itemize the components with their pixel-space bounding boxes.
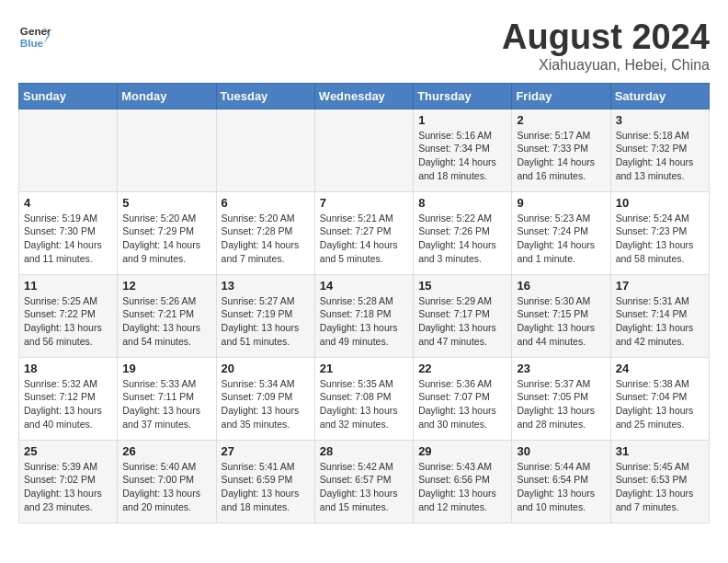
weekday-header-monday: Monday bbox=[118, 83, 216, 109]
day-info: Sunrise: 5:42 AM Sunset: 6:57 PM Dayligh… bbox=[320, 460, 408, 514]
day-number: 26 bbox=[122, 444, 210, 458]
calendar-cell: 21Sunrise: 5:35 AM Sunset: 7:08 PM Dayli… bbox=[314, 357, 413, 440]
day-number: 3 bbox=[616, 113, 704, 127]
day-number: 2 bbox=[517, 113, 605, 127]
logo-icon: General Blue bbox=[18, 18, 51, 52]
calendar-cell: 6Sunrise: 5:20 AM Sunset: 7:28 PM Daylig… bbox=[216, 191, 314, 274]
calendar-cell: 17Sunrise: 5:31 AM Sunset: 7:14 PM Dayli… bbox=[610, 274, 709, 357]
svg-text:Blue: Blue bbox=[20, 37, 44, 49]
day-info: Sunrise: 5:44 AM Sunset: 6:54 PM Dayligh… bbox=[517, 460, 605, 514]
weekday-header-tuesday: Tuesday bbox=[216, 83, 314, 109]
day-number: 31 bbox=[616, 444, 704, 458]
calendar-cell: 30Sunrise: 5:44 AM Sunset: 6:54 PM Dayli… bbox=[512, 440, 610, 523]
day-info: Sunrise: 5:25 AM Sunset: 7:22 PM Dayligh… bbox=[24, 294, 112, 349]
day-info: Sunrise: 5:40 AM Sunset: 7:00 PM Dayligh… bbox=[122, 460, 210, 514]
day-info: Sunrise: 5:21 AM Sunset: 7:27 PM Dayligh… bbox=[320, 212, 408, 266]
calendar-cell: 29Sunrise: 5:43 AM Sunset: 6:56 PM Dayli… bbox=[414, 440, 512, 523]
day-number: 5 bbox=[122, 196, 210, 210]
calendar-cell: 25Sunrise: 5:39 AM Sunset: 7:02 PM Dayli… bbox=[19, 440, 118, 523]
day-number: 30 bbox=[517, 444, 605, 458]
day-info: Sunrise: 5:26 AM Sunset: 7:21 PM Dayligh… bbox=[122, 294, 210, 349]
weekday-header-friday: Friday bbox=[512, 83, 610, 109]
day-info: Sunrise: 5:16 AM Sunset: 7:34 PM Dayligh… bbox=[418, 129, 506, 183]
weekday-header-thursday: Thursday bbox=[414, 83, 512, 109]
page-subtitle: Xiahuayuan, Hebei, China bbox=[502, 57, 710, 74]
calendar-cell bbox=[118, 109, 216, 191]
day-number: 19 bbox=[122, 362, 210, 375]
calendar-cell: 13Sunrise: 5:27 AM Sunset: 7:19 PM Dayli… bbox=[216, 274, 314, 357]
calendar-cell: 12Sunrise: 5:26 AM Sunset: 7:21 PM Dayli… bbox=[118, 274, 216, 357]
day-number: 27 bbox=[222, 444, 310, 458]
calendar-cell bbox=[19, 109, 118, 191]
day-info: Sunrise: 5:34 AM Sunset: 7:09 PM Dayligh… bbox=[222, 377, 310, 431]
day-info: Sunrise: 5:22 AM Sunset: 7:26 PM Dayligh… bbox=[418, 212, 506, 266]
day-info: Sunrise: 5:17 AM Sunset: 7:33 PM Dayligh… bbox=[517, 129, 605, 183]
day-number: 1 bbox=[418, 113, 506, 127]
weekday-header-sunday: Sunday bbox=[19, 83, 118, 109]
day-info: Sunrise: 5:45 AM Sunset: 6:53 PM Dayligh… bbox=[616, 460, 704, 514]
day-number: 14 bbox=[320, 279, 408, 293]
day-number: 21 bbox=[320, 362, 408, 375]
calendar-cell: 26Sunrise: 5:40 AM Sunset: 7:00 PM Dayli… bbox=[118, 440, 216, 523]
day-info: Sunrise: 5:38 AM Sunset: 7:04 PM Dayligh… bbox=[616, 377, 704, 431]
calendar-cell: 11Sunrise: 5:25 AM Sunset: 7:22 PM Dayli… bbox=[19, 274, 118, 357]
day-info: Sunrise: 5:28 AM Sunset: 7:18 PM Dayligh… bbox=[320, 294, 408, 349]
calendar-cell: 31Sunrise: 5:45 AM Sunset: 6:53 PM Dayli… bbox=[610, 440, 709, 523]
calendar-cell: 5Sunrise: 5:20 AM Sunset: 7:29 PM Daylig… bbox=[118, 191, 216, 274]
day-number: 13 bbox=[222, 279, 310, 293]
day-info: Sunrise: 5:39 AM Sunset: 7:02 PM Dayligh… bbox=[24, 460, 112, 514]
calendar-cell bbox=[216, 109, 314, 191]
day-number: 9 bbox=[517, 196, 605, 210]
day-number: 17 bbox=[616, 279, 704, 293]
day-number: 16 bbox=[517, 279, 605, 293]
calendar-week-2: 4Sunrise: 5:19 AM Sunset: 7:30 PM Daylig… bbox=[19, 191, 710, 274]
day-info: Sunrise: 5:27 AM Sunset: 7:19 PM Dayligh… bbox=[222, 294, 310, 349]
calendar-cell: 8Sunrise: 5:22 AM Sunset: 7:26 PM Daylig… bbox=[414, 191, 512, 274]
calendar-cell: 4Sunrise: 5:19 AM Sunset: 7:30 PM Daylig… bbox=[19, 191, 118, 274]
day-info: Sunrise: 5:18 AM Sunset: 7:32 PM Dayligh… bbox=[616, 129, 704, 183]
day-info: Sunrise: 5:30 AM Sunset: 7:15 PM Dayligh… bbox=[517, 294, 605, 349]
calendar-week-1: 1Sunrise: 5:16 AM Sunset: 7:34 PM Daylig… bbox=[19, 109, 710, 191]
day-info: Sunrise: 5:41 AM Sunset: 6:59 PM Dayligh… bbox=[222, 460, 310, 514]
day-number: 28 bbox=[320, 444, 408, 458]
day-number: 25 bbox=[24, 444, 112, 458]
page-title: August 2024 bbox=[502, 18, 710, 57]
calendar-week-4: 18Sunrise: 5:32 AM Sunset: 7:12 PM Dayli… bbox=[19, 357, 710, 440]
calendar-table: SundayMondayTuesdayWednesdayThursdayFrid… bbox=[18, 83, 710, 523]
calendar-cell: 18Sunrise: 5:32 AM Sunset: 7:12 PM Dayli… bbox=[19, 357, 118, 440]
calendar-cell: 10Sunrise: 5:24 AM Sunset: 7:23 PM Dayli… bbox=[610, 191, 709, 274]
calendar-cell: 9Sunrise: 5:23 AM Sunset: 7:24 PM Daylig… bbox=[512, 191, 610, 274]
title-block: August 2024 Xiahuayuan, Hebei, China bbox=[502, 18, 710, 74]
calendar-cell: 2Sunrise: 5:17 AM Sunset: 7:33 PM Daylig… bbox=[512, 109, 610, 191]
day-info: Sunrise: 5:20 AM Sunset: 7:28 PM Dayligh… bbox=[222, 212, 310, 266]
calendar-cell: 23Sunrise: 5:37 AM Sunset: 7:05 PM Dayli… bbox=[512, 357, 610, 440]
day-info: Sunrise: 5:33 AM Sunset: 7:11 PM Dayligh… bbox=[122, 377, 210, 431]
calendar-cell: 28Sunrise: 5:42 AM Sunset: 6:57 PM Dayli… bbox=[314, 440, 413, 523]
day-info: Sunrise: 5:37 AM Sunset: 7:05 PM Dayligh… bbox=[517, 377, 605, 431]
day-number: 4 bbox=[24, 196, 112, 210]
day-number: 24 bbox=[616, 362, 704, 375]
day-number: 6 bbox=[222, 196, 310, 210]
day-info: Sunrise: 5:19 AM Sunset: 7:30 PM Dayligh… bbox=[24, 212, 112, 266]
day-number: 15 bbox=[418, 279, 506, 293]
calendar-week-3: 11Sunrise: 5:25 AM Sunset: 7:22 PM Dayli… bbox=[19, 274, 710, 357]
calendar-week-5: 25Sunrise: 5:39 AM Sunset: 7:02 PM Dayli… bbox=[19, 440, 710, 523]
calendar-cell bbox=[314, 109, 413, 191]
calendar-cell: 3Sunrise: 5:18 AM Sunset: 7:32 PM Daylig… bbox=[610, 109, 709, 191]
calendar-cell: 1Sunrise: 5:16 AM Sunset: 7:34 PM Daylig… bbox=[414, 109, 512, 191]
day-info: Sunrise: 5:36 AM Sunset: 7:07 PM Dayligh… bbox=[418, 377, 506, 431]
calendar-cell: 19Sunrise: 5:33 AM Sunset: 7:11 PM Dayli… bbox=[118, 357, 216, 440]
calendar-cell: 7Sunrise: 5:21 AM Sunset: 7:27 PM Daylig… bbox=[314, 191, 413, 274]
weekday-header-saturday: Saturday bbox=[610, 83, 709, 109]
calendar-cell: 14Sunrise: 5:28 AM Sunset: 7:18 PM Dayli… bbox=[314, 274, 413, 357]
day-number: 23 bbox=[517, 362, 605, 375]
calendar-cell: 16Sunrise: 5:30 AM Sunset: 7:15 PM Dayli… bbox=[512, 274, 610, 357]
day-number: 11 bbox=[24, 279, 112, 293]
day-number: 20 bbox=[222, 362, 310, 375]
day-info: Sunrise: 5:32 AM Sunset: 7:12 PM Dayligh… bbox=[24, 377, 112, 431]
day-info: Sunrise: 5:35 AM Sunset: 7:08 PM Dayligh… bbox=[320, 377, 408, 431]
calendar-cell: 24Sunrise: 5:38 AM Sunset: 7:04 PM Dayli… bbox=[610, 357, 709, 440]
weekday-header-wednesday: Wednesday bbox=[314, 83, 413, 109]
day-number: 7 bbox=[320, 196, 408, 210]
day-number: 10 bbox=[616, 196, 704, 210]
